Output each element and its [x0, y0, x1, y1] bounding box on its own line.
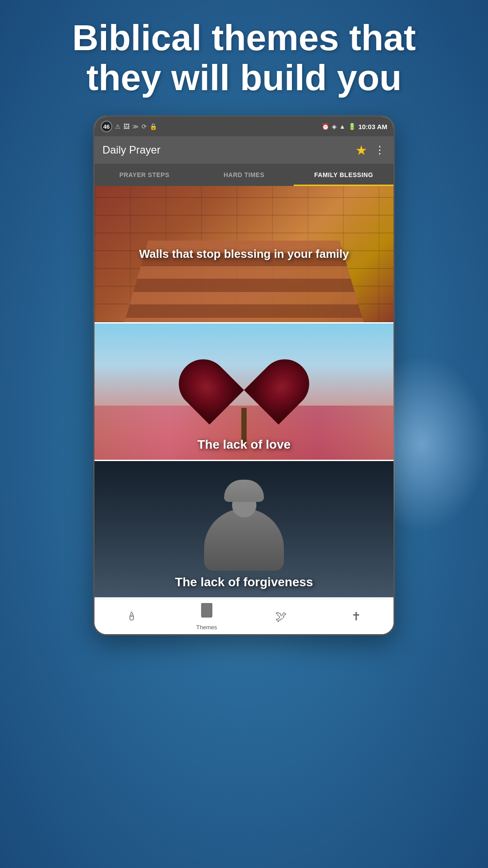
overflow-menu-button[interactable]: ⋮ [374, 144, 386, 156]
tab-bar: PRAYER STEPS HARD TIMES FAMILY BLESSING [94, 164, 394, 186]
svg-rect-0 [201, 603, 212, 617]
headline: Biblical themes that they will build you [46, 18, 443, 115]
content-area: Walls that stop blessing in your family … [94, 186, 394, 599]
signal-icon: ≫ [132, 123, 139, 130]
signal-bars-icon: ▲ [339, 123, 346, 130]
figure-head [232, 493, 256, 517]
figure-hands [224, 480, 264, 502]
themes-icon [200, 603, 213, 622]
app-bar-actions: ★ ⋮ [355, 142, 386, 158]
figure-decoration [204, 493, 284, 571]
nav-dove[interactable]: 🕊 [244, 599, 319, 634]
tab-family-blessing[interactable]: FAMILY BLESSING [294, 164, 394, 186]
warning-icon: ⚠ [115, 123, 121, 130]
image-icon: 🖼 [123, 123, 130, 130]
card-walls[interactable]: Walls that stop blessing in your family [94, 186, 394, 324]
cross-icon: ✝ [351, 610, 361, 623]
nav-candle[interactable]: 🕯 [94, 599, 169, 634]
notification-badge: 46 [101, 121, 112, 132]
phone-frame: 46 ⚠ 🖼 ≫ ⟳ 🔒 ⏰ ◈ ▲ 🔋 10:03 AM Daily Pray… [93, 115, 395, 635]
nav-themes[interactable]: Themes [169, 599, 244, 634]
battery-icon: 🔋 [348, 123, 356, 130]
card-1-text: Walls that stop blessing in your family [94, 247, 394, 262]
heart-tree-decoration [195, 332, 293, 443]
alarm-icon: ⏰ [322, 123, 329, 130]
nav-cross[interactable]: ✝ [319, 599, 394, 634]
lock-icon: 🔒 [150, 123, 157, 130]
figure-body [204, 509, 284, 571]
candle-icon: 🕯 [126, 610, 138, 623]
favorite-button[interactable]: ★ [355, 142, 367, 158]
status-right: ⏰ ◈ ▲ 🔋 10:03 AM [322, 123, 387, 130]
nav-themes-label: Themes [196, 624, 217, 631]
bottom-nav: 🕯 Themes 🕊 ✝ [94, 599, 394, 634]
card-2-text: The lack of love [94, 430, 394, 460]
tab-prayer-steps[interactable]: PRAYER STEPS [94, 164, 194, 186]
status-time: 10:03 AM [358, 123, 387, 130]
card-3-text: The lack of forgiveness [94, 567, 394, 597]
page-wrapper: Biblical themes that they will build you… [0, 0, 488, 635]
card-love[interactable]: The lack of love [94, 324, 394, 461]
app-bar: Daily Prayer ★ ⋮ [94, 136, 394, 164]
refresh-icon: ⟳ [142, 123, 147, 130]
heart-foliage [195, 332, 293, 412]
status-left: 46 ⚠ 🖼 ≫ ⟳ 🔒 [101, 121, 157, 132]
card-forgiveness[interactable]: The lack of forgiveness [94, 461, 394, 599]
tab-hard-times[interactable]: HARD TIMES [194, 164, 294, 186]
wifi-icon: ◈ [332, 123, 337, 130]
app-title: Daily Prayer [102, 144, 161, 156]
dove-icon: 🕊 [275, 610, 287, 623]
status-bar: 46 ⚠ 🖼 ≫ ⟳ 🔒 ⏰ ◈ ▲ 🔋 10:03 AM [94, 117, 394, 136]
